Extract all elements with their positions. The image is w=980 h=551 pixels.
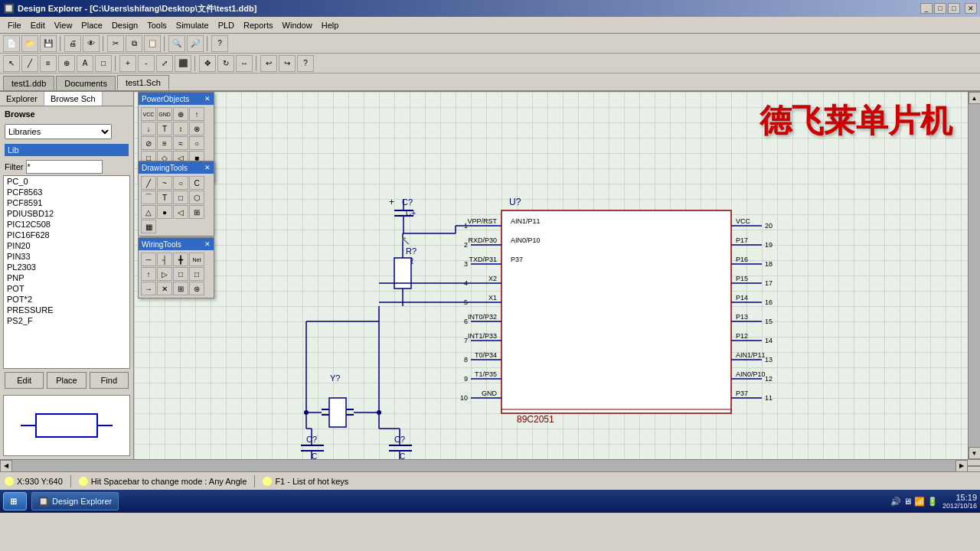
tab-ddb[interactable]: test1.ddb (3, 76, 54, 90)
tb-preview[interactable]: 👁 (83, 35, 100, 52)
maximize-inner-button[interactable]: □ (948, 3, 960, 14)
po-arrow[interactable]: ↓ (141, 122, 156, 135)
wt-wire[interactable]: ─ (141, 253, 156, 266)
lib-item[interactable]: POT (4, 283, 129, 294)
tab-documents[interactable]: Documents (56, 76, 116, 90)
tb2-wire[interactable]: ╱ (21, 55, 38, 72)
tb-findnext[interactable]: 🔎 (187, 35, 204, 52)
tb-paste[interactable]: 📋 (144, 35, 161, 52)
menu-view[interactable]: View (50, 19, 77, 31)
lib-item[interactable]: PL2303 (4, 262, 129, 272)
menu-help[interactable]: Help (317, 19, 344, 31)
lib-item[interactable]: PNP (4, 272, 129, 283)
dt-rect[interactable]: □ (173, 191, 188, 204)
wt-cross[interactable]: ✕ (157, 282, 172, 295)
tab-sch[interactable]: test1.Sch (117, 75, 169, 90)
wt-bus[interactable]: ┤ (157, 253, 172, 266)
drawing-tools-header[interactable]: DrawingTools ✕ (139, 161, 214, 174)
tb2-undo[interactable]: ↩ (260, 55, 277, 72)
po-lines[interactable]: ≡ (157, 136, 172, 150)
menu-file[interactable]: File (3, 19, 26, 31)
tb-save[interactable]: 💾 (40, 35, 57, 52)
right-scrollbar[interactable]: ▲ ▼ (968, 92, 980, 459)
tb2-zoom-all[interactable]: ⤢ (156, 55, 173, 72)
po-earth[interactable]: ⊘ (141, 136, 156, 150)
lib-list[interactable]: PC_0 PCF8563 PCF8591 PDIUSBD12 PIC12C508… (3, 175, 130, 369)
filter-input[interactable] (26, 160, 103, 174)
schematic-area[interactable]: 德飞莱单片机 U? 89C2051 VPP/RST 1 RXD/P30 2 TX… (134, 92, 968, 459)
wiring-tools-header[interactable]: WiringTools ✕ (139, 238, 214, 250)
tb2-zoom-area[interactable]: ⬛ (175, 55, 191, 72)
tb2-bus[interactable]: ≡ (40, 55, 57, 72)
title-bar-controls[interactable]: _ □ □ ✕ (920, 3, 977, 14)
po-updown[interactable]: ↕ (173, 122, 188, 135)
lib-item[interactable]: PCF8563 (4, 187, 129, 197)
scroll-up-button[interactable]: ▲ (969, 92, 981, 104)
po-pwr[interactable]: ⊕ (173, 107, 188, 121)
scroll-track[interactable] (969, 104, 980, 447)
menu-reports[interactable]: Reports (239, 19, 278, 31)
menu-window[interactable]: Window (278, 19, 317, 31)
explorer-tab[interactable]: Explorer (0, 92, 44, 106)
po-T[interactable]: T (157, 122, 172, 135)
dt-arc2[interactable]: ⌒ (141, 191, 156, 204)
h-scroll-track[interactable] (12, 460, 956, 471)
wt-grid[interactable]: ⊞ (173, 282, 188, 295)
lib-item[interactable]: PC_0 (4, 176, 129, 187)
h-scroll-right[interactable]: ▶ (956, 460, 968, 472)
tb2-label[interactable]: A (77, 55, 93, 72)
libraries-dropdown[interactable]: Libraries (5, 124, 112, 139)
tb-help[interactable]: ? (211, 35, 228, 52)
dt-poly[interactable]: ⬡ (189, 191, 204, 204)
tb2-flip[interactable]: ↔ (236, 55, 253, 72)
h-scrollbar[interactable]: ◀ ▶ (0, 459, 980, 471)
dt-arc[interactable]: ○ (173, 176, 188, 190)
place-button[interactable]: Place (47, 372, 86, 389)
lib-item[interactable]: PS2_F (4, 315, 129, 326)
wt-harness[interactable]: □ (189, 267, 204, 281)
wiring-tools-close[interactable]: ✕ (204, 240, 211, 248)
tb2-component[interactable]: □ (95, 55, 112, 72)
po-gnd[interactable]: GND (157, 107, 172, 121)
po-circle[interactable]: ○ (189, 136, 204, 150)
menu-pld[interactable]: PLD (214, 19, 239, 31)
wt-sheet[interactable]: □ (173, 267, 188, 281)
wt-marker[interactable]: ⊛ (189, 282, 204, 295)
wt-netlabel[interactable]: Net (189, 253, 204, 266)
tb-print[interactable]: 🖨 (64, 35, 81, 52)
lib-selected-item[interactable]: Lib (5, 144, 129, 156)
tb-copy[interactable]: ⧉ (126, 35, 142, 52)
dt-arrow[interactable]: ◁ (173, 205, 188, 219)
power-objects-header[interactable]: PowerObjects ✕ (139, 93, 214, 105)
dt-grid[interactable]: ⊞ (189, 205, 204, 219)
taskbar-design-explorer[interactable]: 🔲 Design Explorer (31, 492, 119, 510)
h-scroll-left[interactable]: ◀ (0, 460, 12, 472)
menu-edit[interactable]: Edit (26, 19, 50, 31)
close-button[interactable]: ✕ (965, 3, 977, 14)
dt-triangle[interactable]: △ (141, 205, 156, 219)
tb2-redo[interactable]: ↪ (279, 55, 296, 72)
browse-sch-tab[interactable]: Browse Sch (44, 92, 103, 106)
menu-simulate[interactable]: Simulate (172, 19, 214, 31)
start-button[interactable]: ⊞ (3, 492, 27, 510)
tb2-junction[interactable]: ⊕ (58, 55, 75, 72)
po-arrow-up[interactable]: ↑ (189, 107, 204, 121)
lib-item[interactable]: POT*2 (4, 294, 129, 305)
lib-item[interactable]: PDIUSBD12 (4, 208, 129, 219)
wt-port[interactable]: ↑ (141, 267, 156, 281)
tb2-move[interactable]: ✥ (199, 55, 216, 72)
wt-junction[interactable]: ╋ (173, 253, 188, 266)
tb2-question[interactable]: ? (297, 55, 314, 72)
dt-text[interactable]: T (157, 191, 172, 204)
wt-dirport[interactable]: → (141, 282, 156, 295)
tb-cut[interactable]: ✂ (107, 35, 124, 52)
po-cross[interactable]: ⊗ (189, 122, 204, 135)
po-wave[interactable]: ≈ (173, 136, 188, 150)
lib-item[interactable]: PIN33 (4, 251, 129, 262)
lib-item[interactable]: PIC12C508 (4, 219, 129, 230)
lib-item[interactable]: PCF8591 (4, 197, 129, 208)
find-button[interactable]: Find (90, 372, 129, 389)
edit-button[interactable]: Edit (5, 372, 44, 389)
tb-find[interactable]: 🔍 (168, 35, 185, 52)
dt-dot[interactable]: ● (157, 205, 172, 219)
